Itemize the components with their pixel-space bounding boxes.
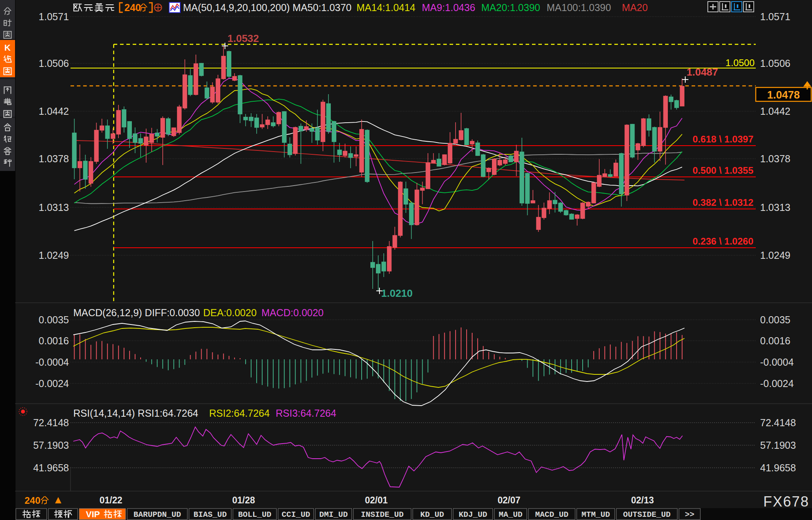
- svg-text:1.0506: 1.0506: [760, 58, 790, 69]
- svg-text:INSIDE_UD: INSIDE_UD: [361, 510, 404, 519]
- svg-text:1.0249: 1.0249: [39, 250, 69, 261]
- svg-text:>>: >>: [685, 510, 694, 519]
- svg-text:1.0571: 1.0571: [760, 11, 790, 22]
- svg-text:240: 240: [124, 2, 141, 13]
- svg-text:VIP: VIP: [86, 509, 100, 519]
- svg-text:0.236 \ 1.0260: 0.236 \ 1.0260: [693, 236, 753, 247]
- svg-text:1.0378: 1.0378: [760, 153, 790, 164]
- svg-text:01/28: 01/28: [232, 495, 255, 505]
- svg-text:1.0487: 1.0487: [686, 66, 718, 78]
- svg-text:RSI(14,14,14) RSI1:64.7264: RSI(14,14,14) RSI1:64.7264: [73, 408, 198, 419]
- svg-text:MA_UD: MA_UD: [499, 510, 522, 519]
- svg-text:MA9:1.0436: MA9:1.0436: [422, 2, 475, 13]
- svg-text:0.382 \ 1.0312: 0.382 \ 1.0312: [693, 197, 753, 208]
- svg-text:MA100:1.0390: MA100:1.0390: [547, 2, 611, 13]
- svg-text:1.0442: 1.0442: [760, 106, 790, 117]
- svg-text:MA20: MA20: [622, 2, 648, 13]
- svg-text:-0.0004: -0.0004: [35, 357, 69, 368]
- svg-text:1.0210: 1.0210: [381, 287, 413, 299]
- svg-text:MTM_UD: MTM_UD: [581, 510, 610, 519]
- svg-text:MACD:0.0020: MACD:0.0020: [261, 307, 324, 318]
- svg-text:72.4148: 72.4148: [760, 417, 796, 428]
- svg-text:-0.0024: -0.0024: [35, 378, 69, 389]
- svg-text:72.4148: 72.4148: [33, 417, 69, 428]
- svg-text:0.0016: 0.0016: [39, 335, 69, 346]
- svg-text:0.0035: 0.0035: [760, 314, 790, 325]
- svg-text:MA20:1.0390: MA20:1.0390: [481, 2, 540, 13]
- svg-text:1.0442: 1.0442: [39, 106, 69, 117]
- svg-text:1.0571: 1.0571: [39, 11, 69, 22]
- svg-text:DMI_UD: DMI_UD: [319, 510, 348, 519]
- svg-text:-0.0004: -0.0004: [760, 357, 794, 368]
- svg-text:BIAS_UD: BIAS_UD: [193, 510, 227, 519]
- svg-text:MA14:1.0414: MA14:1.0414: [356, 2, 416, 13]
- svg-text:DEA:0.0020: DEA:0.0020: [203, 307, 257, 318]
- svg-text:1.0378: 1.0378: [39, 153, 69, 164]
- svg-text:RSI3:64.7264: RSI3:64.7264: [276, 408, 336, 419]
- svg-text:1.0249: 1.0249: [760, 250, 790, 261]
- svg-text:1.0478: 1.0478: [767, 89, 800, 101]
- svg-text:1.0532: 1.0532: [227, 32, 259, 44]
- svg-text:KDJ_UD: KDJ_UD: [459, 510, 487, 519]
- svg-text:BOLL_UD: BOLL_UD: [238, 510, 271, 519]
- svg-text:BARUPDN_UD: BARUPDN_UD: [133, 510, 181, 519]
- svg-text:1.0313: 1.0313: [760, 202, 790, 213]
- svg-text:RSI2:64.7264: RSI2:64.7264: [209, 408, 270, 419]
- svg-text:MA(50,14,9,20,100,200) MA50:1.: MA(50,14,9,20,100,200) MA50:1.0370: [183, 2, 351, 13]
- svg-text:0.618 \ 1.0397: 0.618 \ 1.0397: [693, 134, 753, 144]
- svg-text:02/07: 02/07: [497, 495, 520, 505]
- svg-text:KD_UD: KD_UD: [420, 510, 444, 519]
- svg-text:0.500 \ 1.0355: 0.500 \ 1.0355: [693, 165, 753, 176]
- svg-text:240: 240: [25, 495, 40, 506]
- svg-text:41.9658: 41.9658: [33, 462, 69, 473]
- svg-text:K: K: [4, 43, 11, 53]
- svg-text:02/13: 02/13: [631, 495, 654, 505]
- svg-text:FX678: FX678: [763, 493, 809, 510]
- svg-text:1.0500: 1.0500: [726, 57, 755, 68]
- svg-text:57.1903: 57.1903: [760, 440, 796, 451]
- svg-text:-0.0024: -0.0024: [760, 378, 794, 389]
- svg-text:MACD(26,12,9) DIFF:0.0030: MACD(26,12,9) DIFF:0.0030: [73, 307, 200, 318]
- svg-text:02/01: 02/01: [365, 495, 388, 505]
- svg-text:57.1903: 57.1903: [33, 440, 69, 451]
- svg-text:41.9658: 41.9658: [760, 462, 796, 473]
- svg-text:CCI_UD: CCI_UD: [282, 510, 310, 519]
- svg-text:01/22: 01/22: [99, 495, 122, 505]
- svg-text:0.0016: 0.0016: [760, 335, 790, 346]
- svg-text:1.0506: 1.0506: [39, 58, 69, 69]
- svg-text:OUTSIDE_UD: OUTSIDE_UD: [623, 510, 671, 519]
- svg-text:0.0035: 0.0035: [39, 314, 69, 325]
- svg-text:1.0313: 1.0313: [39, 202, 69, 213]
- svg-text:MACD_UD: MACD_UD: [535, 510, 568, 519]
